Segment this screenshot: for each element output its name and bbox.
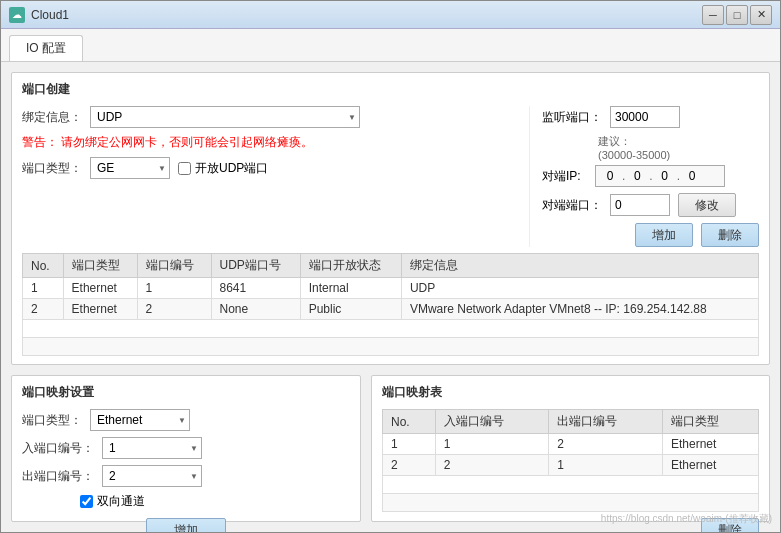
monitor-row: 监听端口： bbox=[542, 106, 759, 128]
port-creation-title: 端口创建 bbox=[22, 81, 759, 98]
ip-seg-3[interactable] bbox=[655, 169, 675, 183]
bidirection-label[interactable]: 双向通道 bbox=[80, 493, 145, 510]
table-row-empty bbox=[383, 494, 759, 512]
mapping-type-row: 端口类型： Ethernet bbox=[22, 409, 350, 431]
out-port-select[interactable]: 2 1 bbox=[102, 465, 202, 487]
remote-ip-row: 对端IP: . . . bbox=[542, 165, 759, 187]
map-col-no: No. bbox=[383, 410, 436, 434]
map-out: 2 bbox=[549, 434, 663, 455]
watermark: https://blog.csdn.net/woaim-(推荐收藏) bbox=[601, 512, 772, 526]
cell-num: 2 bbox=[137, 299, 211, 320]
minimize-button[interactable]: ─ bbox=[702, 5, 724, 25]
udp-checkbox-label[interactable]: 开放UDP端口 bbox=[178, 160, 268, 177]
tab-bar: IO 配置 bbox=[1, 29, 780, 62]
warning-text: 警告： 请勿绑定公网网卡，否则可能会引起网络瘫痪。 bbox=[22, 134, 313, 151]
cell-status: Internal bbox=[300, 278, 401, 299]
table-row[interactable]: 2 2 1 Ethernet bbox=[383, 455, 759, 476]
bind-info-row: 绑定信息： UDP bbox=[22, 106, 519, 128]
right-panel: 监听端口： 建议：(30000-35000) 对端IP: . . bbox=[529, 106, 759, 247]
mapping-table-section: 端口映射表 No. 入端口编号 出端口编号 端口类型 1 1 bbox=[371, 375, 770, 522]
col-num: 端口编号 bbox=[137, 254, 211, 278]
port-type-select[interactable]: GE bbox=[90, 157, 170, 179]
tab-io-config[interactable]: IO 配置 bbox=[9, 35, 83, 61]
monitor-label: 监听端口： bbox=[542, 109, 602, 126]
cell-bind: VMware Network Adapter VMnet8 -- IP: 169… bbox=[401, 299, 758, 320]
table-row-empty bbox=[383, 476, 759, 494]
table-row[interactable]: 1 Ethernet 1 8641 Internal UDP bbox=[23, 278, 759, 299]
title-bar: ☁ Cloud1 ─ □ ✕ bbox=[1, 1, 780, 29]
add-delete-buttons: 增加 删除 bbox=[542, 223, 759, 247]
cell-num: 1 bbox=[137, 278, 211, 299]
main-window: ☁ Cloud1 ─ □ ✕ IO 配置 端口创建 绑定信息： bbox=[0, 0, 781, 533]
close-button[interactable]: ✕ bbox=[750, 5, 772, 25]
bidirection-text: 双向通道 bbox=[97, 493, 145, 510]
port-table: No. 端口类型 端口编号 UDP端口号 端口开放状态 绑定信息 1 Ether… bbox=[22, 253, 759, 356]
maximize-button[interactable]: □ bbox=[726, 5, 748, 25]
col-status: 端口开放状态 bbox=[300, 254, 401, 278]
port-mapping-title: 端口映射设置 bbox=[22, 384, 350, 401]
bidirection-checkbox[interactable] bbox=[80, 495, 93, 508]
cell-udp: None bbox=[211, 299, 300, 320]
map-col-in: 入端口编号 bbox=[435, 410, 549, 434]
in-port-row: 入端口编号： 1 2 bbox=[22, 437, 350, 459]
ip-seg-4[interactable] bbox=[682, 169, 702, 183]
mapping-add-btn-row: 增加 bbox=[22, 518, 350, 532]
udp-checkbox-text: 开放UDP端口 bbox=[195, 160, 268, 177]
remote-ip-field: . . . bbox=[595, 165, 725, 187]
ip-seg-2[interactable] bbox=[627, 169, 647, 183]
map-col-out: 出端口编号 bbox=[549, 410, 663, 434]
delete-button[interactable]: 删除 bbox=[701, 223, 759, 247]
col-udp: UDP端口号 bbox=[211, 254, 300, 278]
cell-bind: UDP bbox=[401, 278, 758, 299]
map-out: 1 bbox=[549, 455, 663, 476]
cell-status: Public bbox=[300, 299, 401, 320]
col-no: No. bbox=[23, 254, 64, 278]
table-row[interactable]: 1 1 2 Ethernet bbox=[383, 434, 759, 455]
warning-row: 警告： 请勿绑定公网网卡，否则可能会引起网络瘫痪。 bbox=[22, 134, 519, 151]
cell-type: Ethernet bbox=[63, 278, 137, 299]
content-area: 端口创建 绑定信息： UDP 警告： 请勿 bbox=[1, 62, 780, 532]
udp-checkbox[interactable] bbox=[178, 162, 191, 175]
in-port-select[interactable]: 1 2 bbox=[102, 437, 202, 459]
bind-label: 绑定信息： bbox=[22, 109, 82, 126]
monitor-port-input[interactable] bbox=[610, 106, 680, 128]
remote-ip-label: 对端IP: bbox=[542, 168, 587, 185]
remote-port-input[interactable] bbox=[610, 194, 670, 216]
map-no: 2 bbox=[383, 455, 436, 476]
mapping-add-button[interactable]: 增加 bbox=[146, 518, 226, 532]
title-buttons: ─ □ ✕ bbox=[702, 5, 772, 25]
col-type: 端口类型 bbox=[63, 254, 137, 278]
map-in: 1 bbox=[435, 434, 549, 455]
modify-button[interactable]: 修改 bbox=[678, 193, 736, 217]
bind-select[interactable]: UDP bbox=[90, 106, 360, 128]
out-port-label: 出端口编号： bbox=[22, 468, 94, 485]
cloud-icon: ☁ bbox=[9, 7, 25, 23]
map-type: Ethernet bbox=[663, 455, 759, 476]
bidirection-row: 双向通道 bbox=[22, 493, 350, 510]
mapping-table-title: 端口映射表 bbox=[382, 384, 759, 401]
title-bar-left: ☁ Cloud1 bbox=[9, 7, 69, 23]
cell-no: 2 bbox=[23, 299, 64, 320]
mapping-type-select-wrapper: Ethernet bbox=[90, 409, 190, 431]
remote-port-label: 对端端口： bbox=[542, 197, 602, 214]
in-port-label: 入端口编号： bbox=[22, 440, 94, 457]
table-row-empty bbox=[23, 338, 759, 356]
ip-seg-1[interactable] bbox=[600, 169, 620, 183]
map-no: 1 bbox=[383, 434, 436, 455]
cell-no: 1 bbox=[23, 278, 64, 299]
port-type-row: 端口类型： GE 开放UDP端口 bbox=[22, 157, 519, 179]
add-button[interactable]: 增加 bbox=[635, 223, 693, 247]
window-title: Cloud1 bbox=[31, 8, 69, 22]
cell-type: Ethernet bbox=[63, 299, 137, 320]
in-port-select-wrapper: 1 2 bbox=[102, 437, 202, 459]
mapping-type-label: 端口类型： bbox=[22, 412, 82, 429]
bind-select-wrapper: UDP bbox=[90, 106, 360, 128]
out-port-select-wrapper: 2 1 bbox=[102, 465, 202, 487]
map-in: 2 bbox=[435, 455, 549, 476]
port-mapping-section: 端口映射设置 端口类型： Ethernet 入端口编号： 1 2 bbox=[11, 375, 361, 522]
table-row-empty bbox=[23, 320, 759, 338]
form-left: 绑定信息： UDP 警告： 请勿绑定公网网卡，否则可能会引起网络瘫痪。 bbox=[22, 106, 519, 247]
mapping-type-select[interactable]: Ethernet bbox=[90, 409, 190, 431]
remote-port-row: 对端端口： 修改 bbox=[542, 193, 759, 217]
table-row[interactable]: 2 Ethernet 2 None Public VMware Network … bbox=[23, 299, 759, 320]
